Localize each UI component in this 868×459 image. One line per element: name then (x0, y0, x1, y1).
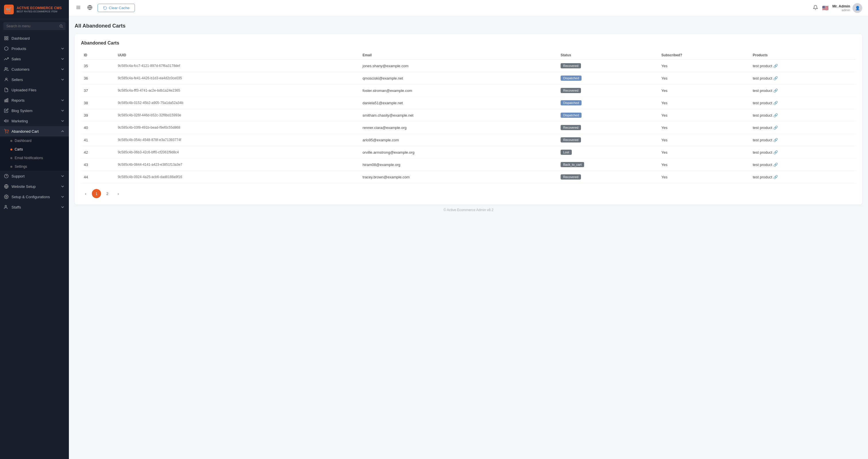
view-product-link[interactable]: 🔗 (773, 138, 778, 142)
cell-id: 37 (81, 84, 115, 97)
chevron-down-icon (60, 46, 65, 51)
cell-email: qmosciski@example.net (360, 72, 558, 84)
sidebar-sub-ac-carts-label: Carts (14, 147, 23, 151)
status-badge: Recovered (561, 63, 581, 68)
sidebar-item-sellers[interactable]: Sellers (0, 75, 69, 85)
cell-email: orville.armstrong@example.org (360, 146, 558, 159)
sidebar-sub-ac-carts[interactable]: Carts (0, 145, 69, 154)
pagination-prev[interactable]: ‹ (81, 189, 90, 198)
cell-subscribed: Yes (658, 171, 750, 183)
user-info: Mr. Admin admin 👤 (832, 3, 862, 13)
pagination-next[interactable]: › (114, 189, 123, 198)
sidebar-item-staffs-label: Staffs (11, 205, 21, 209)
cell-subscribed: Yes (658, 97, 750, 109)
topbar: Clear Cache 🇺🇸 Mr. Admin admin 👤 (69, 0, 868, 16)
chevron-down-icon3 (60, 67, 65, 71)
svg-marker-11 (4, 119, 6, 122)
sidebar-item-blog-label: Blog System (11, 109, 32, 113)
cell-id: 43 (81, 159, 115, 171)
search-icon (59, 24, 63, 28)
logo-icon: 🛒 (4, 5, 14, 15)
status-badge: Recovered (561, 137, 581, 142)
sidebar-item-products-label: Products (11, 47, 26, 51)
view-product-link[interactable]: 🔗 (773, 88, 778, 93)
bell-button[interactable] (813, 5, 818, 11)
col-uuid: UUID (115, 51, 360, 60)
sidebar-item-dashboard[interactable]: Dashboard (0, 33, 69, 44)
view-product-link[interactable]: 🔗 (773, 113, 778, 117)
sidebar-item-customers-label: Customers (11, 67, 30, 71)
clear-cache-button[interactable]: Clear Cache (98, 4, 135, 12)
view-product-link[interactable]: 🔗 (773, 163, 778, 167)
cell-email: renner.ciara@example.org (360, 121, 558, 134)
cart-icon (4, 129, 9, 134)
sidebar-sub-ac-dashboard[interactable]: Dashboard (0, 137, 69, 145)
sidebar-item-marketing-label: Marketing (11, 119, 28, 123)
sidebar-item-uploaded-files-label: Uploaded Files (11, 88, 36, 92)
cell-email: daniela51@example.net (360, 97, 558, 109)
sidebar-item-products[interactable]: Products (0, 44, 69, 54)
view-product-link[interactable]: 🔗 (773, 175, 778, 179)
pagination-page-2[interactable]: 2 (103, 189, 112, 198)
table-row: 36 9c585c4a-fe41-4426-b1d3-ea4d2c0ce035 … (81, 72, 856, 84)
chevron-down-icon10 (60, 195, 65, 199)
hamburger-button[interactable] (74, 4, 82, 12)
files-icon (4, 88, 9, 92)
sidebar-item-uploaded-files[interactable]: Uploaded Files (0, 85, 69, 95)
sidebar-item-abandoned-cart[interactable]: Abandoned Cart (0, 126, 69, 137)
footer-text: © Active Ecommerce Admin v8.2 (443, 208, 493, 212)
dot-indicator (10, 140, 12, 142)
table-row: 37 9c585c4a-fff3-4741-ac2e-bdb1a24e2365 … (81, 84, 856, 97)
table-row: 42 9c585c4b-06b3-42c6-bff0-cf2061f9d8c4 … (81, 146, 856, 159)
chevron-down-icon9 (60, 184, 65, 189)
sidebar-sub-ac-email[interactable]: Email Notifications (0, 154, 69, 162)
col-products: Products (750, 51, 856, 60)
sidebar-item-support-label: Support (11, 174, 25, 178)
carts-table: ID UUID Email Status Subscribed? Product… (81, 51, 856, 183)
sidebar-item-blog-system[interactable]: Blog System (0, 106, 69, 116)
chevron-down-icon7 (60, 119, 65, 123)
sidebar-item-staffs[interactable]: Staffs (0, 202, 69, 212)
sidebar-item-reports[interactable]: Reports (0, 95, 69, 106)
sidebar-item-marketing[interactable]: Marketing (0, 116, 69, 126)
svg-rect-3 (7, 36, 8, 38)
globe-button[interactable] (86, 4, 94, 12)
table-row: 41 9c585c4b-054c-4548-878f-e3a71393774f … (81, 134, 856, 146)
abandoned-cart-submenu: Dashboard Carts Email Notifications Sett… (0, 137, 69, 171)
avatar[interactable]: 👤 (852, 3, 862, 13)
bell-icon (813, 5, 818, 10)
cell-status: Dispatched (558, 72, 658, 84)
logo-title: ACTIVE ECOMMERCE CMS (17, 6, 62, 10)
clear-cache-label: Clear Cache (109, 6, 129, 10)
cell-subscribed: Yes (658, 60, 750, 72)
sidebar-item-setup-configs[interactable]: Setup & Configurations (0, 192, 69, 202)
cell-uuid: 9c585c4a-fff3-4741-ac2e-bdb1a24e2365 (115, 84, 360, 97)
col-id: ID (81, 51, 115, 60)
cell-product: test product 🔗 (750, 146, 856, 159)
svg-point-7 (5, 78, 7, 80)
view-product-link[interactable]: 🔗 (773, 76, 778, 80)
logo-text: ACTIVE ECOMMERCE CMS BEST RATED ECOMMERC… (17, 6, 62, 13)
view-product-link[interactable]: 🔗 (773, 101, 778, 105)
cell-email: hiram08@example.org (360, 159, 558, 171)
view-product-link[interactable]: 🔗 (773, 150, 778, 154)
sidebar-sub-ac-settings[interactable]: Settings (0, 162, 69, 171)
sidebar-item-website-setup[interactable]: Website Setup (0, 181, 69, 192)
view-product-link[interactable]: 🔗 (773, 125, 778, 130)
cell-email: foster.stroman@example.com (360, 84, 558, 97)
website-icon (4, 184, 9, 189)
search-input[interactable] (3, 22, 65, 30)
sidebar-item-sales[interactable]: Sales (0, 54, 69, 64)
cell-email: smitham.chasity@example.net (360, 109, 558, 121)
view-product-link[interactable]: 🔗 (773, 64, 778, 68)
svg-point-12 (5, 133, 6, 133)
search-box[interactable] (0, 19, 69, 33)
sidebar-item-support[interactable]: Support (0, 171, 69, 181)
content-area: All Abandoned Carts Abandoned Carts ID U… (69, 16, 868, 459)
cell-status: Recovered (558, 134, 658, 146)
user-name: Mr. Admin (832, 4, 850, 8)
cell-email: tracey.brown@example.com (360, 171, 558, 183)
pagination-page-1[interactable]: 1 (92, 189, 101, 198)
cell-uuid: 9c585c4b-0844-4141-a423-e3851f13a3e7 (115, 159, 360, 171)
sidebar-item-customers[interactable]: Customers (0, 64, 69, 75)
